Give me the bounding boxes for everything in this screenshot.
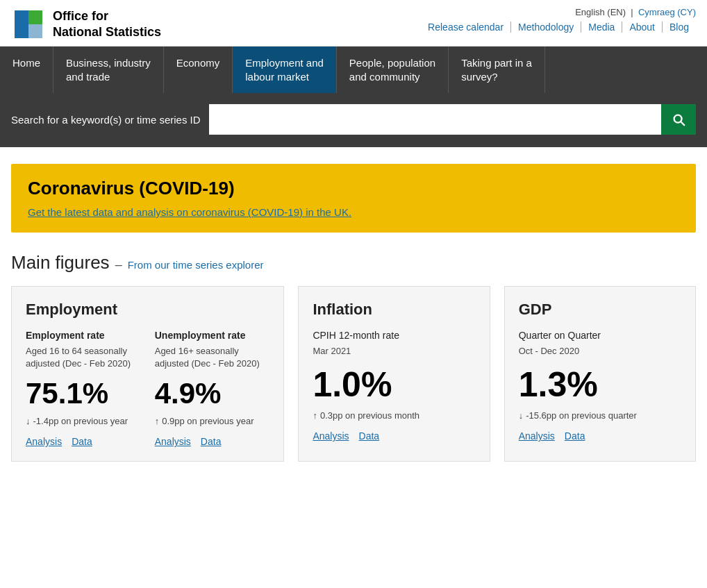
employment-rate-data-link[interactable]: Data <box>72 436 92 447</box>
about-link[interactable]: About <box>622 22 662 33</box>
gdp-period: Oct - Dec 2020 <box>519 345 681 358</box>
inflation-links: Analysis Data <box>313 430 475 442</box>
employment-rate-desc: Aged 16 to 64 seasonally adjusted (Dec -… <box>26 345 141 370</box>
nav-people[interactable]: People, populationand community <box>337 47 449 93</box>
gdp-change-text: -15.6pp on previous quarter <box>526 410 637 421</box>
cards-row: Employment Employment rate Aged 16 to 64… <box>11 286 696 462</box>
top-navigation: Release calendar Methodology Media About… <box>421 22 696 33</box>
unemployment-rate-change: ↑ 0.9pp on previous year <box>155 416 270 426</box>
time-series-explorer-link[interactable]: From our time series explorer <box>128 259 264 271</box>
inflation-card-title: Inflation <box>313 301 475 319</box>
main-figures-heading: Main figures – From our time series expl… <box>11 252 696 274</box>
employment-rate-arrow: ↓ <box>26 416 31 426</box>
employment-rate-label: Employment rate <box>26 330 141 341</box>
unemployment-rate-data-link[interactable]: Data <box>201 436 222 447</box>
inflation-arrow: ↑ <box>313 410 317 421</box>
covid-title: Coronavirus (COVID-19) <box>28 178 679 199</box>
employment-card-title: Employment <box>26 301 269 319</box>
employment-rate-value: 75.1% <box>26 377 141 410</box>
nav-survey[interactable]: Taking part in asurvey? <box>449 47 545 93</box>
employment-rate-change: ↓ -1.4pp on previous year <box>26 416 141 426</box>
inflation-period: Mar 2021 <box>313 345 475 358</box>
welsh-language-link[interactable]: Cymraeg (CY) <box>638 7 696 17</box>
gdp-arrow: ↓ <box>519 410 524 421</box>
gdp-value: 1.3% <box>519 364 681 405</box>
employment-rate-analysis-link[interactable]: Analysis <box>26 436 62 447</box>
release-calendar-link[interactable]: Release calendar <box>421 22 510 33</box>
nav-employment[interactable]: Employment andlabour market <box>233 47 337 93</box>
inflation-change-text: 0.3pp on previous month <box>320 410 419 421</box>
inflation-change: ↑ 0.3pp on previous month <box>313 410 475 421</box>
svg-marker-1 <box>15 10 28 38</box>
gdp-card: GDP Quarter on Quarter Oct - Dec 2020 1.… <box>504 286 696 462</box>
covid-banner: Coronavirus (COVID-19) Get the latest da… <box>11 164 696 233</box>
inflation-card: Inflation CPIH 12-month rate Mar 2021 1.… <box>298 286 490 462</box>
blog-link[interactable]: Blog <box>662 22 696 33</box>
employment-rate-change-text: -1.4pp on previous year <box>33 416 128 426</box>
inflation-analysis-link[interactable]: Analysis <box>313 430 349 442</box>
search-icon <box>671 112 686 127</box>
covid-link[interactable]: Get the latest data and analysis on coro… <box>28 206 351 218</box>
inflation-data-link[interactable]: Data <box>359 430 380 442</box>
employment-rate-col: Employment rate Aged 16 to 64 seasonally… <box>26 330 141 447</box>
nav-economy[interactable]: Economy <box>164 47 233 93</box>
site-header: Office for National Statistics English (… <box>0 0 707 47</box>
inflation-stat-label: CPIH 12-month rate <box>313 330 475 341</box>
search-bar: Search for a keyword(s) or time series I… <box>0 93 707 147</box>
employment-card-cols: Employment rate Aged 16 to 64 seasonally… <box>26 330 269 447</box>
unemployment-rate-links: Analysis Data <box>155 436 270 447</box>
search-input-wrap <box>209 104 696 135</box>
methodology-link[interactable]: Methodology <box>510 22 581 33</box>
unemployment-rate-analysis-link[interactable]: Analysis <box>155 436 191 447</box>
logo-text: Office for National Statistics <box>53 8 161 41</box>
employment-rate-links: Analysis Data <box>26 436 141 447</box>
unemployment-rate-change-text: 0.9pp on previous year <box>162 416 253 426</box>
header-right: English (EN) | Cymraeg (CY) Release cale… <box>421 7 696 33</box>
svg-marker-3 <box>28 24 42 38</box>
svg-marker-2 <box>28 10 42 24</box>
unemployment-rate-arrow: ↑ <box>155 416 160 426</box>
search-input[interactable] <box>209 104 661 135</box>
employment-card: Employment Employment rate Aged 16 to 64… <box>11 286 284 462</box>
unemployment-rate-col: Unemployment rate Aged 16+ seasonally ad… <box>155 330 270 447</box>
unemployment-rate-value: 4.9% <box>155 377 270 410</box>
nav-home[interactable]: Home <box>0 47 53 93</box>
gdp-analysis-link[interactable]: Analysis <box>519 430 555 442</box>
gdp-card-title: GDP <box>519 301 681 319</box>
logo-area: Office for National Statistics <box>11 7 161 42</box>
gdp-data-link[interactable]: Data <box>565 430 585 442</box>
nav-business[interactable]: Business, industryand trade <box>53 47 164 93</box>
unemployment-rate-label: Unemployment rate <box>155 330 270 341</box>
gdp-change: ↓ -15.6pp on previous quarter <box>519 410 681 421</box>
language-bar: English (EN) | Cymraeg (CY) <box>575 7 696 17</box>
main-navigation: Home Business, industryand trade Economy… <box>0 47 707 93</box>
ons-logo-icon <box>11 7 46 42</box>
media-link[interactable]: Media <box>581 22 622 33</box>
search-label: Search for a keyword(s) or time series I… <box>11 114 201 126</box>
search-button[interactable] <box>661 104 696 135</box>
gdp-stat-label: Quarter on Quarter <box>519 330 681 341</box>
unemployment-rate-desc: Aged 16+ seasonally adjusted (Dec - Feb … <box>155 345 270 370</box>
gdp-links: Analysis Data <box>519 430 681 442</box>
inflation-value: 1.0% <box>313 364 475 405</box>
